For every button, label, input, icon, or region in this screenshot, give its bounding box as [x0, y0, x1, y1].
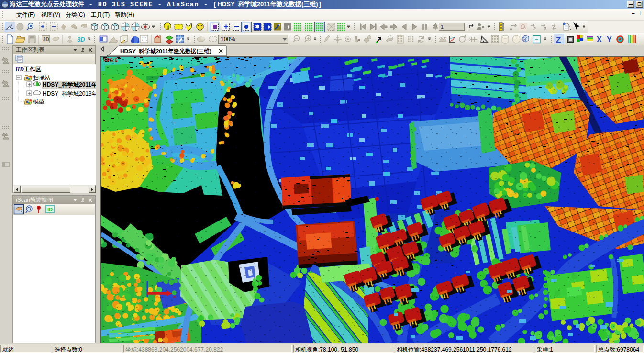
svg-text:3: 3 — [544, 26, 546, 31]
svg-text:HD: HD — [15, 66, 24, 73]
svg-text:3D: 3D — [43, 37, 49, 42]
svg-text:FPS:6: FPS:6 — [103, 57, 118, 63]
svg-text:X: X — [597, 35, 602, 44]
svg-text:i: i — [167, 24, 169, 30]
svg-text:2: 2 — [533, 26, 536, 31]
svg-text:a: a — [523, 38, 526, 42]
svg-text:1: 1 — [441, 24, 444, 30]
svg-text:Z: Z — [556, 35, 561, 44]
svg-text:3D: 3D — [77, 36, 85, 43]
svg-text:ID: ID — [47, 207, 53, 212]
svg-text:100%: 100% — [221, 36, 235, 43]
svg-text:HDSY_科学城2011年激光数据(三维): HDSY_科学城2011年激光数据(三维) — [120, 48, 211, 55]
svg-text:Y: Y — [607, 35, 612, 44]
